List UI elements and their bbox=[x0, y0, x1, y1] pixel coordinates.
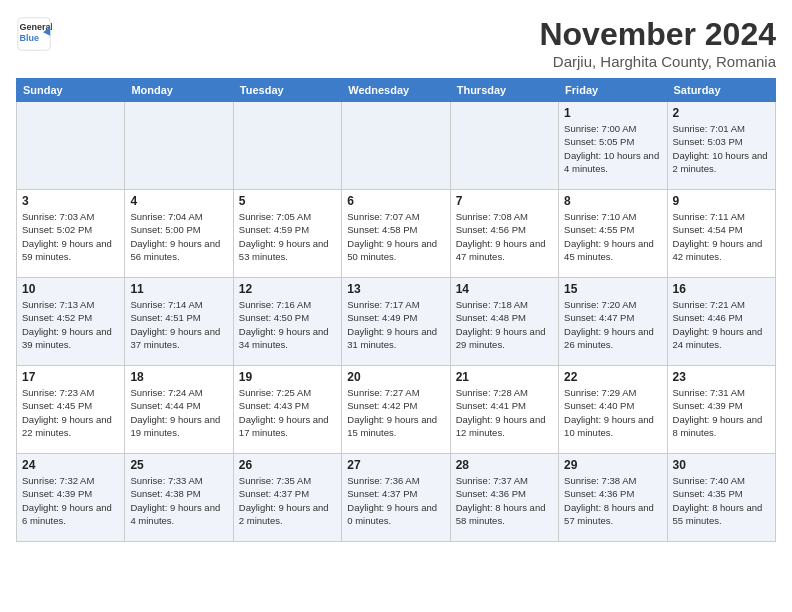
calendar-cell: 28Sunrise: 7:37 AM Sunset: 4:36 PM Dayli… bbox=[450, 454, 558, 542]
calendar-cell bbox=[125, 102, 233, 190]
day-info: Sunrise: 7:20 AM Sunset: 4:47 PM Dayligh… bbox=[564, 298, 661, 351]
day-info: Sunrise: 7:08 AM Sunset: 4:56 PM Dayligh… bbox=[456, 210, 553, 263]
week-row-4: 17Sunrise: 7:23 AM Sunset: 4:45 PM Dayli… bbox=[17, 366, 776, 454]
day-number: 27 bbox=[347, 458, 444, 472]
calendar-cell: 3Sunrise: 7:03 AM Sunset: 5:02 PM Daylig… bbox=[17, 190, 125, 278]
day-number: 15 bbox=[564, 282, 661, 296]
day-number: 23 bbox=[673, 370, 770, 384]
day-number: 5 bbox=[239, 194, 336, 208]
day-number: 3 bbox=[22, 194, 119, 208]
day-info: Sunrise: 7:27 AM Sunset: 4:42 PM Dayligh… bbox=[347, 386, 444, 439]
day-number: 25 bbox=[130, 458, 227, 472]
weekday-header-wednesday: Wednesday bbox=[342, 79, 450, 102]
calendar-cell bbox=[450, 102, 558, 190]
day-info: Sunrise: 7:10 AM Sunset: 4:55 PM Dayligh… bbox=[564, 210, 661, 263]
day-info: Sunrise: 7:11 AM Sunset: 4:54 PM Dayligh… bbox=[673, 210, 770, 263]
day-number: 10 bbox=[22, 282, 119, 296]
day-info: Sunrise: 7:05 AM Sunset: 4:59 PM Dayligh… bbox=[239, 210, 336, 263]
day-info: Sunrise: 7:31 AM Sunset: 4:39 PM Dayligh… bbox=[673, 386, 770, 439]
weekday-header-row: SundayMondayTuesdayWednesdayThursdayFrid… bbox=[17, 79, 776, 102]
day-number: 18 bbox=[130, 370, 227, 384]
calendar-cell: 5Sunrise: 7:05 AM Sunset: 4:59 PM Daylig… bbox=[233, 190, 341, 278]
day-number: 1 bbox=[564, 106, 661, 120]
day-info: Sunrise: 7:29 AM Sunset: 4:40 PM Dayligh… bbox=[564, 386, 661, 439]
weekday-header-friday: Friday bbox=[559, 79, 667, 102]
day-number: 21 bbox=[456, 370, 553, 384]
day-number: 28 bbox=[456, 458, 553, 472]
day-number: 30 bbox=[673, 458, 770, 472]
day-info: Sunrise: 7:28 AM Sunset: 4:41 PM Dayligh… bbox=[456, 386, 553, 439]
weekday-header-tuesday: Tuesday bbox=[233, 79, 341, 102]
day-info: Sunrise: 7:13 AM Sunset: 4:52 PM Dayligh… bbox=[22, 298, 119, 351]
svg-text:Blue: Blue bbox=[20, 33, 40, 43]
day-number: 22 bbox=[564, 370, 661, 384]
day-info: Sunrise: 7:36 AM Sunset: 4:37 PM Dayligh… bbox=[347, 474, 444, 527]
day-info: Sunrise: 7:00 AM Sunset: 5:05 PM Dayligh… bbox=[564, 122, 661, 175]
day-info: Sunrise: 7:04 AM Sunset: 5:00 PM Dayligh… bbox=[130, 210, 227, 263]
day-number: 2 bbox=[673, 106, 770, 120]
day-number: 6 bbox=[347, 194, 444, 208]
calendar-cell: 6Sunrise: 7:07 AM Sunset: 4:58 PM Daylig… bbox=[342, 190, 450, 278]
calendar-cell: 21Sunrise: 7:28 AM Sunset: 4:41 PM Dayli… bbox=[450, 366, 558, 454]
day-info: Sunrise: 7:40 AM Sunset: 4:35 PM Dayligh… bbox=[673, 474, 770, 527]
day-info: Sunrise: 7:14 AM Sunset: 4:51 PM Dayligh… bbox=[130, 298, 227, 351]
week-row-1: 1Sunrise: 7:00 AM Sunset: 5:05 PM Daylig… bbox=[17, 102, 776, 190]
day-number: 12 bbox=[239, 282, 336, 296]
day-number: 4 bbox=[130, 194, 227, 208]
week-row-2: 3Sunrise: 7:03 AM Sunset: 5:02 PM Daylig… bbox=[17, 190, 776, 278]
calendar-cell: 23Sunrise: 7:31 AM Sunset: 4:39 PM Dayli… bbox=[667, 366, 775, 454]
calendar-cell: 14Sunrise: 7:18 AM Sunset: 4:48 PM Dayli… bbox=[450, 278, 558, 366]
day-info: Sunrise: 7:32 AM Sunset: 4:39 PM Dayligh… bbox=[22, 474, 119, 527]
calendar-cell: 25Sunrise: 7:33 AM Sunset: 4:38 PM Dayli… bbox=[125, 454, 233, 542]
day-info: Sunrise: 7:33 AM Sunset: 4:38 PM Dayligh… bbox=[130, 474, 227, 527]
day-number: 13 bbox=[347, 282, 444, 296]
header: General Blue November 2024 Darjiu, Hargh… bbox=[16, 16, 776, 70]
calendar-cell: 10Sunrise: 7:13 AM Sunset: 4:52 PM Dayli… bbox=[17, 278, 125, 366]
weekday-header-monday: Monday bbox=[125, 79, 233, 102]
calendar-cell: 12Sunrise: 7:16 AM Sunset: 4:50 PM Dayli… bbox=[233, 278, 341, 366]
calendar-cell: 27Sunrise: 7:36 AM Sunset: 4:37 PM Dayli… bbox=[342, 454, 450, 542]
day-info: Sunrise: 7:01 AM Sunset: 5:03 PM Dayligh… bbox=[673, 122, 770, 175]
calendar-cell: 17Sunrise: 7:23 AM Sunset: 4:45 PM Dayli… bbox=[17, 366, 125, 454]
day-number: 19 bbox=[239, 370, 336, 384]
calendar-cell bbox=[17, 102, 125, 190]
day-info: Sunrise: 7:03 AM Sunset: 5:02 PM Dayligh… bbox=[22, 210, 119, 263]
title-area: November 2024 Darjiu, Harghita County, R… bbox=[539, 16, 776, 70]
day-info: Sunrise: 7:21 AM Sunset: 4:46 PM Dayligh… bbox=[673, 298, 770, 351]
calendar-cell: 15Sunrise: 7:20 AM Sunset: 4:47 PM Dayli… bbox=[559, 278, 667, 366]
day-number: 29 bbox=[564, 458, 661, 472]
calendar-cell: 1Sunrise: 7:00 AM Sunset: 5:05 PM Daylig… bbox=[559, 102, 667, 190]
day-number: 26 bbox=[239, 458, 336, 472]
day-info: Sunrise: 7:18 AM Sunset: 4:48 PM Dayligh… bbox=[456, 298, 553, 351]
day-number: 16 bbox=[673, 282, 770, 296]
day-number: 9 bbox=[673, 194, 770, 208]
calendar-cell: 2Sunrise: 7:01 AM Sunset: 5:03 PM Daylig… bbox=[667, 102, 775, 190]
day-info: Sunrise: 7:17 AM Sunset: 4:49 PM Dayligh… bbox=[347, 298, 444, 351]
day-number: 20 bbox=[347, 370, 444, 384]
day-number: 7 bbox=[456, 194, 553, 208]
calendar-cell: 18Sunrise: 7:24 AM Sunset: 4:44 PM Dayli… bbox=[125, 366, 233, 454]
day-info: Sunrise: 7:38 AM Sunset: 4:36 PM Dayligh… bbox=[564, 474, 661, 527]
week-row-3: 10Sunrise: 7:13 AM Sunset: 4:52 PM Dayli… bbox=[17, 278, 776, 366]
day-info: Sunrise: 7:23 AM Sunset: 4:45 PM Dayligh… bbox=[22, 386, 119, 439]
calendar-cell: 4Sunrise: 7:04 AM Sunset: 5:00 PM Daylig… bbox=[125, 190, 233, 278]
day-info: Sunrise: 7:37 AM Sunset: 4:36 PM Dayligh… bbox=[456, 474, 553, 527]
day-number: 24 bbox=[22, 458, 119, 472]
day-number: 11 bbox=[130, 282, 227, 296]
day-info: Sunrise: 7:25 AM Sunset: 4:43 PM Dayligh… bbox=[239, 386, 336, 439]
calendar-cell: 13Sunrise: 7:17 AM Sunset: 4:49 PM Dayli… bbox=[342, 278, 450, 366]
day-info: Sunrise: 7:35 AM Sunset: 4:37 PM Dayligh… bbox=[239, 474, 336, 527]
month-title: November 2024 bbox=[539, 16, 776, 53]
calendar-cell: 8Sunrise: 7:10 AM Sunset: 4:55 PM Daylig… bbox=[559, 190, 667, 278]
calendar-cell bbox=[342, 102, 450, 190]
calendar-cell: 7Sunrise: 7:08 AM Sunset: 4:56 PM Daylig… bbox=[450, 190, 558, 278]
calendar-cell: 24Sunrise: 7:32 AM Sunset: 4:39 PM Dayli… bbox=[17, 454, 125, 542]
weekday-header-saturday: Saturday bbox=[667, 79, 775, 102]
day-number: 14 bbox=[456, 282, 553, 296]
logo-icon: General Blue bbox=[16, 16, 52, 52]
day-number: 8 bbox=[564, 194, 661, 208]
calendar-cell: 19Sunrise: 7:25 AM Sunset: 4:43 PM Dayli… bbox=[233, 366, 341, 454]
calendar-cell: 29Sunrise: 7:38 AM Sunset: 4:36 PM Dayli… bbox=[559, 454, 667, 542]
calendar-cell: 11Sunrise: 7:14 AM Sunset: 4:51 PM Dayli… bbox=[125, 278, 233, 366]
calendar-cell bbox=[233, 102, 341, 190]
